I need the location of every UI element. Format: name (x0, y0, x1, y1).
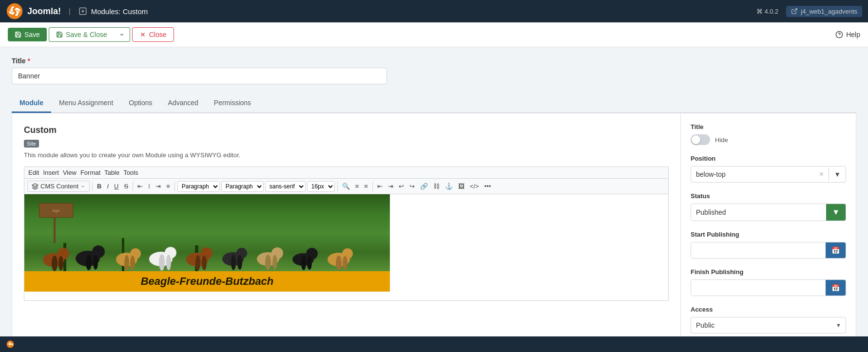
underline-button[interactable]: U (112, 182, 120, 191)
svg-point-17 (124, 255, 129, 271)
font-select[interactable]: sans-serif (265, 181, 306, 192)
start-publishing-input[interactable] (691, 242, 826, 258)
format-select-1[interactable]: Paragraph (177, 181, 220, 192)
font-size-select[interactable]: 16px (307, 181, 335, 192)
anchor-button[interactable]: ⚓ (443, 182, 455, 191)
align-right-button[interactable]: ⇥ (154, 182, 163, 191)
svg-point-38 (307, 256, 312, 270)
align-center-button[interactable]: ⁞ (146, 182, 152, 191)
status-input[interactable] (691, 204, 826, 220)
search-toolbar-button[interactable]: 🔍 (340, 182, 352, 191)
undo-button[interactable]: ↩ (397, 182, 406, 191)
editor-main: Custom Site This module allows you to cr… (12, 113, 681, 352)
position-dropdown-button[interactable]: ▼ (829, 167, 846, 181)
list-ordered-button[interactable]: ≡ (362, 182, 370, 191)
sidebar-access-section: Access Public Registered Special (691, 306, 846, 333)
indent-increase-button[interactable]: ⇥ (386, 182, 395, 191)
indent-decrease-button[interactable]: ⇤ (375, 182, 385, 191)
svg-point-13 (86, 255, 92, 270)
save-close-group: Save & Close (49, 27, 130, 42)
unlink-button[interactable]: ⛓ (431, 182, 442, 191)
close-button[interactable]: Close (132, 27, 174, 42)
start-publishing-calendar-button[interactable]: 📅 (826, 242, 846, 258)
title-toggle[interactable] (691, 134, 710, 145)
nav-right: ⌘ 4.0.2 j4_web1_agadvents (756, 6, 862, 17)
tab-menu-assignment[interactable]: Menu Assignment (51, 94, 121, 113)
toolbar-right: Help (835, 31, 860, 38)
save-label: Save (24, 31, 40, 38)
save-close-button[interactable]: Save & Close (49, 27, 114, 42)
list-unordered-button[interactable]: ≡ (353, 182, 361, 191)
svg-point-21 (159, 254, 165, 271)
tab-permissions[interactable]: Permissions (206, 94, 259, 113)
svg-point-26 (202, 256, 207, 270)
finish-publishing-row: 📅 (691, 279, 846, 296)
align-justify-button[interactable]: ≡ (164, 182, 172, 191)
svg-point-8 (58, 248, 69, 259)
svg-point-34 (272, 255, 277, 270)
help-label: Help (846, 31, 860, 38)
save-button[interactable]: Save (8, 28, 47, 41)
status-row: ▼ (691, 204, 846, 221)
svg-point-14 (93, 255, 98, 270)
svg-point-12 (92, 245, 105, 258)
status-dropdown-button[interactable]: ▼ (826, 204, 846, 221)
save-close-label: Save & Close (66, 31, 107, 38)
sidebar-finish-publishing-label: Finish Publishing (691, 268, 846, 276)
sidebar-status-section: Status ▼ (691, 192, 846, 221)
help-button[interactable]: Help (835, 31, 860, 38)
menu-edit[interactable]: Edit (28, 169, 39, 176)
tab-advanced[interactable]: Advanced (160, 94, 206, 113)
menu-tools[interactable]: Tools (123, 169, 138, 176)
sidebar-start-publishing-section: Start Publishing 📅 (691, 231, 846, 259)
position-select-row: × ▼ (691, 166, 846, 183)
external-link-button[interactable]: j4_web1_agadvents (786, 6, 862, 17)
title-input[interactable] (12, 68, 387, 84)
svg-point-30 (237, 255, 242, 270)
required-asterisk: * (27, 57, 30, 65)
menu-format[interactable]: Format (80, 169, 100, 176)
access-select-wrapper: Public Registered Special (691, 317, 846, 333)
joomla-logo: Joomla! (6, 2, 61, 20)
wysiwyg-toolbar: CMS Content B I U S ⇤ ⁞ ⇥ ≡ Paragraph Pa… (24, 178, 669, 194)
position-input[interactable] (691, 167, 814, 182)
align-left-button[interactable]: ⇤ (135, 182, 145, 191)
svg-point-28 (236, 248, 247, 259)
image-button[interactable]: 🖼 (456, 182, 466, 191)
svg-point-22 (166, 255, 171, 270)
italic-button[interactable]: I (105, 182, 111, 191)
menu-view[interactable]: View (63, 169, 77, 176)
cms-content-button[interactable]: CMS Content (27, 181, 90, 192)
position-clear-button[interactable]: × (814, 167, 829, 182)
menu-insert[interactable]: Insert (43, 169, 59, 176)
svg-point-0 (7, 3, 22, 19)
svg-point-37 (301, 256, 306, 270)
save-dropdown-button[interactable] (114, 27, 130, 42)
link-button[interactable]: 🔗 (418, 182, 430, 191)
redo-button[interactable]: ↪ (407, 182, 417, 191)
finish-publishing-input[interactable] (691, 280, 826, 296)
tab-options[interactable]: Options (121, 94, 160, 113)
format-select-2[interactable]: Paragraph (221, 181, 264, 192)
module-title: Custom (24, 125, 669, 135)
more-button[interactable]: ••• (482, 182, 493, 191)
page-nav-title: Modules: Custom (78, 7, 148, 16)
svg-point-41 (336, 256, 342, 270)
editor-sidebar: Title Hide Position × ▼ Stat (681, 113, 856, 352)
sidebar-finish-publishing-section: Finish Publishing 📅 (691, 268, 846, 296)
code-button[interactable]: </> (468, 182, 481, 191)
bold-button[interactable]: B (95, 182, 103, 191)
tab-module[interactable]: Module (12, 94, 51, 113)
svg-point-36 (306, 248, 318, 259)
menu-table[interactable]: Table (104, 169, 119, 176)
strikethrough-button[interactable]: S (122, 182, 130, 191)
main-toolbar: Save Save & Close Close (0, 22, 868, 47)
sidebar-position-section: Position × ▼ (691, 155, 846, 183)
wysiwyg-content-area[interactable]: sign (24, 194, 669, 301)
toolbar-actions: Save Save & Close Close (8, 27, 174, 42)
access-select[interactable]: Public Registered Special (691, 317, 846, 333)
bottom-joomla-icon (6, 340, 15, 349)
cms-content-label: CMS Content (40, 183, 78, 190)
finish-publishing-calendar-button[interactable]: 📅 (826, 280, 846, 296)
sidebar-access-label: Access (691, 306, 846, 313)
